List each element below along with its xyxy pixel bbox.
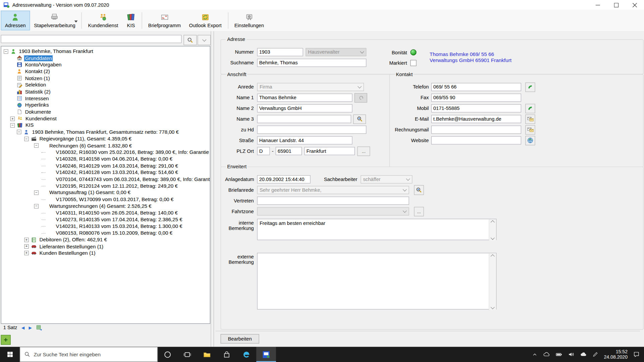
previous-record-button[interactable]: ◀: [21, 325, 24, 329]
zuhd-field[interactable]: [257, 126, 367, 134]
toolbar-button-briefprogramm[interactable]: Briefprogramm: [144, 11, 185, 31]
land-field[interactable]: [257, 147, 270, 155]
search-options-button[interactable]: [198, 35, 211, 45]
collapse-icon[interactable]: −: [17, 130, 21, 134]
fahrtzone-lookup-button[interactable]: ...: [414, 207, 424, 216]
tree-item[interactable]: −Wartungsauftrag (1) Gesamt: 0,00 €: [1, 189, 210, 196]
nummer-field[interactable]: [257, 48, 303, 56]
send-email-button[interactable]: [525, 114, 535, 124]
scrollbar[interactable]: [489, 219, 496, 241]
toolbar-button-outlook-export[interactable]: Outlook Export: [185, 11, 226, 31]
tree-item[interactable]: Selektion: [1, 82, 210, 88]
tree-item[interactable]: −Regievorgänge (11), Gesamt: 4.359,05 €: [1, 135, 210, 142]
tree-item[interactable]: Statistik (2): [1, 88, 210, 95]
toolbar-button-einstellungen[interactable]: Einstellungen: [230, 11, 268, 31]
ort-field[interactable]: [304, 147, 355, 155]
taskbar-app-file-explorer[interactable]: [197, 347, 217, 362]
taskbar-app-store[interactable]: [217, 347, 237, 362]
dial-telefon-button[interactable]: [525, 82, 535, 92]
email-field[interactable]: [431, 115, 521, 123]
tree-item[interactable]: V140246, R140129 vom 14.03.2014, Betrag:…: [1, 162, 210, 169]
tree-item[interactable]: +Kundendienst: [1, 115, 210, 122]
fahrtzone-select[interactable]: [257, 207, 409, 215]
tree-item[interactable]: +Kunden Bestellungen (1): [1, 250, 210, 256]
expand-icon[interactable]: +: [24, 244, 29, 249]
collapse-icon[interactable]: −: [34, 190, 39, 195]
send-rechnungsmail-button[interactable]: [525, 125, 535, 134]
tree-item[interactable]: Hyperlinks: [1, 102, 210, 109]
taskbar-app-task-view[interactable]: [177, 347, 197, 362]
briefanrede-search-button[interactable]: [414, 185, 424, 195]
collapse-icon[interactable]: −: [4, 49, 8, 54]
mobil-field[interactable]: [431, 104, 521, 112]
scrollbar[interactable]: [489, 253, 496, 310]
name2-field[interactable]: [257, 104, 353, 112]
externe-bemerkung-field[interactable]: [257, 253, 497, 309]
toolbar-button-adressen[interactable]: Adressen: [1, 11, 30, 31]
collapse-icon[interactable]: −: [34, 204, 39, 208]
next-record-button[interactable]: ▶: [29, 325, 32, 329]
search-button[interactable]: [183, 35, 197, 45]
start-button[interactable]: [0, 347, 20, 362]
adresstyp-select[interactable]: Hausverwalter: [306, 48, 366, 56]
expand-icon[interactable]: +: [24, 251, 29, 255]
toolbar-button-stapelverarbeitung[interactable]: Stapelverarbeitung: [30, 11, 79, 31]
tree-item[interactable]: V140273, R140135 vom 17.04.2014, Betrag:…: [1, 216, 210, 223]
address-search-input[interactable]: [1, 35, 181, 43]
action-center-icon[interactable]: [633, 351, 640, 358]
maximize-button[interactable]: [607, 0, 626, 10]
onedrive-icon[interactable]: [580, 351, 587, 358]
add-address-button[interactable]: +: [1, 335, 10, 345]
tree-item[interactable]: V140242, R140128 vom 13.03.2014, Betrag:…: [1, 169, 210, 176]
website-field[interactable]: [431, 136, 521, 144]
plz-lookup-button[interactable]: ...: [357, 146, 370, 156]
tree-item[interactable]: V080153, R080076 vom 15.10.2009, Betrag:…: [1, 230, 210, 236]
export-grid-icon[interactable]: [36, 324, 43, 331]
tree-item[interactable]: V120195, R120124 vom 12.11.2012, Betrag:…: [1, 183, 210, 189]
taskbar-app-edge[interactable]: [236, 347, 256, 362]
tree-item[interactable]: −1903 Behmke, Thomas Frankfurt, Gesamtum…: [1, 129, 210, 135]
briefanrede-select[interactable]: Sehr geehrter Herr Behmke,: [257, 186, 409, 194]
tree-item[interactable]: V070104, 07443743 vom 06.03.2014, Betrag…: [1, 176, 210, 183]
anlagedatum-field[interactable]: [257, 175, 311, 183]
toolbar-button-kundendienst[interactable]: Kundendienst: [84, 11, 122, 31]
tree-item[interactable]: +Lieferanten Bestellungen (1): [1, 243, 210, 250]
rechnungsmail-field[interactable]: [431, 126, 521, 134]
taskbar-app-cortana[interactable]: [158, 347, 177, 362]
chevron-up-icon[interactable]: [532, 352, 538, 357]
name3-field[interactable]: [257, 115, 351, 123]
tree-item[interactable]: V170055, W170099 vom 01.03.2017, Betrag:…: [1, 196, 210, 203]
tree-item[interactable]: +Debitoren (2), Offen: 462,91 €: [1, 236, 210, 243]
tree-item[interactable]: −1903 Behmke, Thomas Frankfurt: [1, 48, 210, 55]
collapse-icon[interactable]: −: [34, 143, 39, 148]
vertreten-field[interactable]: [257, 197, 409, 205]
fax-field[interactable]: [431, 94, 521, 102]
tree-item[interactable]: V160032, R16030 vom 25.02.2016, Betrag: …: [1, 149, 210, 156]
cloud-icon[interactable]: [543, 351, 550, 358]
expand-icon[interactable]: +: [24, 238, 29, 242]
plz-field[interactable]: [276, 147, 302, 155]
suchname-field[interactable]: [257, 59, 367, 67]
sachbearbeiter-select[interactable]: schäffer: [361, 175, 412, 183]
tree-item[interactable]: Notizen (1): [1, 75, 210, 82]
tree-item[interactable]: −Wartungsrechnungen (4) Gesamt: 2.526,25…: [1, 203, 210, 209]
strasse-field[interactable]: [257, 136, 353, 144]
markiert-checkbox[interactable]: [410, 60, 416, 66]
anrede-select[interactable]: Firma: [257, 83, 364, 91]
tree-item[interactable]: V140328, R140158 vom 04.06.2014, Betrag:…: [1, 156, 210, 162]
interne-bemerkung-field[interactable]: Freitags am besten erreichbar: [257, 219, 497, 240]
minimize-button[interactable]: [589, 0, 607, 10]
dropdown-caret-icon[interactable]: [74, 20, 78, 22]
name1-field[interactable]: [257, 94, 353, 102]
undo-name-button[interactable]: [355, 93, 367, 102]
taskbar-clock[interactable]: 15:52 24.08.2020: [604, 349, 628, 360]
tree-item[interactable]: Konto/Vorgaben: [1, 61, 210, 68]
pen-icon[interactable]: [592, 351, 598, 357]
tree-item[interactable]: Grunddaten: [1, 55, 210, 61]
tree-item[interactable]: Interessen: [1, 95, 210, 102]
tree-item[interactable]: −KIS: [1, 122, 210, 129]
tree-item[interactable]: −Rechnungen (6) Gesamt: 1.832,80 €: [1, 142, 210, 149]
speaker-icon[interactable]: [568, 351, 575, 358]
bearbeiten-button[interactable]: Bearbeiten: [221, 334, 259, 344]
toolbar-button-kis[interactable]: KIS: [122, 11, 140, 31]
